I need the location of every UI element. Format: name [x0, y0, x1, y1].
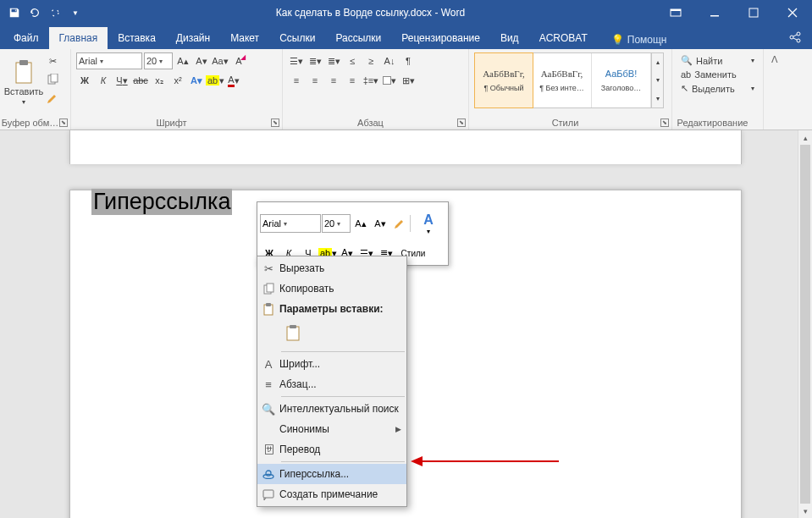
font-size-selector[interactable]: 20▾	[144, 52, 173, 69]
vertical-scrollbar[interactable]: ▴ ▾	[798, 130, 812, 518]
svg-marker-22	[411, 456, 423, 466]
selected-text[interactable]: Гиперссылка	[91, 189, 232, 215]
styles-scroll-down[interactable]: ▾	[652, 71, 663, 89]
align-center-button[interactable]: ≡	[307, 72, 323, 89]
ctx-cut[interactable]: ✂Вырезать	[257, 258, 406, 278]
undo-button[interactable]	[25, 3, 44, 22]
clipboard-icon	[13, 59, 35, 85]
mini-shrink-font[interactable]: A▾	[371, 214, 389, 233]
tab-insert[interactable]: Вставка	[108, 27, 166, 49]
tab-review[interactable]: Рецензирование	[391, 27, 490, 49]
find-button[interactable]: 🔍Найти▾	[677, 54, 758, 67]
ctx-new-comment[interactable]: Создать примечание	[257, 484, 406, 504]
select-button[interactable]: ↖Выделить▾	[677, 82, 758, 95]
shrink-font-button[interactable]: A▾	[193, 52, 210, 69]
tab-references[interactable]: Ссылки	[269, 27, 325, 49]
ctx-translate[interactable]: 🈂Перевод	[257, 439, 406, 460]
redo-button[interactable]	[46, 3, 64, 22]
window-title: Как сделать в Ворде ссылку.docx - Word	[85, 7, 656, 19]
justify-button[interactable]: ≡	[344, 72, 361, 89]
ctx-smart-lookup[interactable]: 🔍Интеллектуальный поиск	[257, 399, 406, 419]
collapse-ribbon-button[interactable]: ᐱ	[764, 49, 786, 130]
tab-file[interactable]: Файл	[3, 27, 49, 49]
text-effects-button[interactable]: A▾	[188, 72, 205, 89]
maximize-button[interactable]	[734, 0, 773, 25]
scroll-up-button[interactable]: ▴	[798, 130, 812, 145]
clipboard-icon	[257, 302, 279, 316]
clipboard-dialog-launcher[interactable]: ⬊	[59, 118, 68, 127]
style-heading1[interactable]: АаБбВ!Заголово…	[592, 53, 651, 107]
page-previous	[69, 130, 742, 164]
mini-styles-button[interactable]: A ▾	[412, 205, 445, 242]
grow-font-button[interactable]: A▴	[174, 52, 191, 69]
tab-home[interactable]: Главная	[49, 27, 108, 49]
scroll-thumb[interactable]	[800, 145, 810, 504]
font-color-button[interactable]: A▾	[225, 72, 242, 89]
sort-button[interactable]: A↓	[381, 52, 398, 69]
decrease-indent-button[interactable]: ≤	[344, 52, 361, 69]
mini-font-name[interactable]: Arial▾	[260, 214, 321, 233]
italic-button[interactable]: К	[95, 72, 112, 89]
ribbon-options-button[interactable]	[656, 0, 695, 25]
underline-button[interactable]: Ч▾	[113, 72, 130, 89]
tell-me-input[interactable]: 💡Помощн	[605, 30, 674, 49]
replace-button[interactable]: abЗаменить	[677, 69, 758, 80]
increase-indent-button[interactable]: ≥	[362, 52, 379, 69]
ctx-font[interactable]: AШрифт...	[257, 354, 406, 374]
tab-acrobat[interactable]: ACROBAT	[529, 27, 598, 49]
mini-font-size[interactable]: 20▾	[322, 214, 351, 233]
paste-keep-source[interactable]	[281, 321, 305, 344]
styles-gallery[interactable]: АаБбВвГг,¶ Обычный АаБбВвГг,¶ Без инте… …	[474, 52, 652, 108]
mini-grow-font[interactable]: A▴	[351, 214, 370, 233]
tab-mailings[interactable]: Рассылки	[325, 27, 391, 49]
styles-dialog-launcher[interactable]: ⬊	[660, 118, 669, 127]
paragraph-dialog-launcher[interactable]: ⬊	[457, 118, 466, 127]
strikethrough-button[interactable]: abc	[132, 72, 149, 89]
scroll-down-button[interactable]: ▾	[798, 504, 812, 518]
subscript-button[interactable]: x₂	[151, 72, 168, 89]
clear-formatting-button[interactable]: A◢	[230, 52, 247, 69]
change-case-button[interactable]: Aa▾	[212, 52, 229, 69]
paste-button[interactable]: Вставить ▾	[5, 52, 42, 112]
mini-format-painter[interactable]	[390, 214, 409, 233]
ctx-copy[interactable]: Копировать	[257, 278, 406, 299]
share-button[interactable]	[778, 25, 812, 49]
ctx-hyperlink[interactable]: Гиперссылка...	[257, 464, 406, 484]
copy-button[interactable]	[44, 71, 61, 88]
numbering-button[interactable]: ≣▾	[307, 52, 323, 69]
svg-point-5	[790, 36, 793, 39]
align-left-button[interactable]: ≡	[288, 72, 305, 89]
ctx-synonyms[interactable]: Синонимы▶	[257, 419, 406, 439]
close-button[interactable]	[773, 0, 812, 25]
highlight-button[interactable]: ab▾	[207, 72, 224, 89]
superscript-button[interactable]: x²	[169, 72, 186, 89]
bold-button[interactable]: Ж	[76, 72, 93, 89]
align-right-button[interactable]: ≡	[325, 72, 342, 89]
tab-design[interactable]: Дизайн	[166, 27, 220, 49]
font-dialog-launcher[interactable]: ⬊	[271, 118, 279, 127]
styles-expand[interactable]: ▾	[652, 90, 663, 107]
svg-rect-8	[16, 63, 31, 83]
bullets-button[interactable]: ☰▾	[288, 52, 305, 69]
svg-rect-3	[710, 15, 719, 17]
qat-customize-button[interactable]: ▼	[66, 3, 85, 22]
paragraph-icon: ≡	[257, 378, 279, 391]
show-marks-button[interactable]: ¶	[400, 52, 417, 69]
save-button[interactable]	[5, 3, 24, 22]
tab-view[interactable]: Вид	[490, 27, 529, 49]
tab-layout[interactable]: Макет	[220, 27, 269, 49]
ctx-paragraph[interactable]: ≡Абзац...	[257, 374, 406, 394]
line-spacing-button[interactable]: ‡≡▾	[362, 72, 379, 89]
font-name-selector[interactable]: Arial▾	[76, 52, 142, 69]
svg-rect-13	[267, 284, 273, 292]
group-label-editing: Редактирование	[672, 116, 753, 128]
multilevel-list-button[interactable]: ≣▾	[325, 52, 342, 69]
format-painter-button[interactable]	[44, 90, 61, 107]
styles-scroll-up[interactable]: ▴	[652, 53, 663, 71]
cut-button[interactable]: ✂	[44, 52, 61, 69]
borders-button[interactable]: ⊞▾	[400, 72, 417, 89]
minimize-button[interactable]	[695, 0, 734, 25]
style-nospacing[interactable]: АаБбВвГг,¶ Без инте…	[533, 53, 592, 107]
shading-button[interactable]: ▾	[381, 72, 398, 89]
style-normal[interactable]: АаБбВвГг,¶ Обычный	[474, 52, 533, 108]
